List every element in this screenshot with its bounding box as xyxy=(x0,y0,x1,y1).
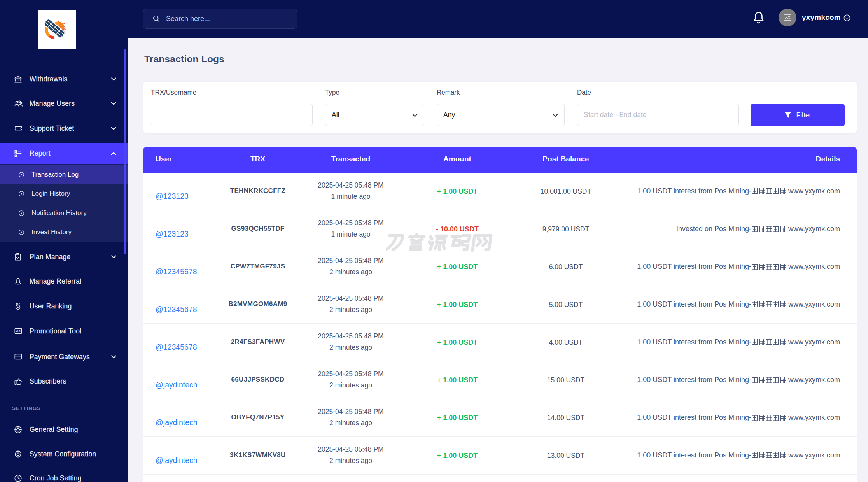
svg-text:Ad: Ad xyxy=(16,330,20,333)
